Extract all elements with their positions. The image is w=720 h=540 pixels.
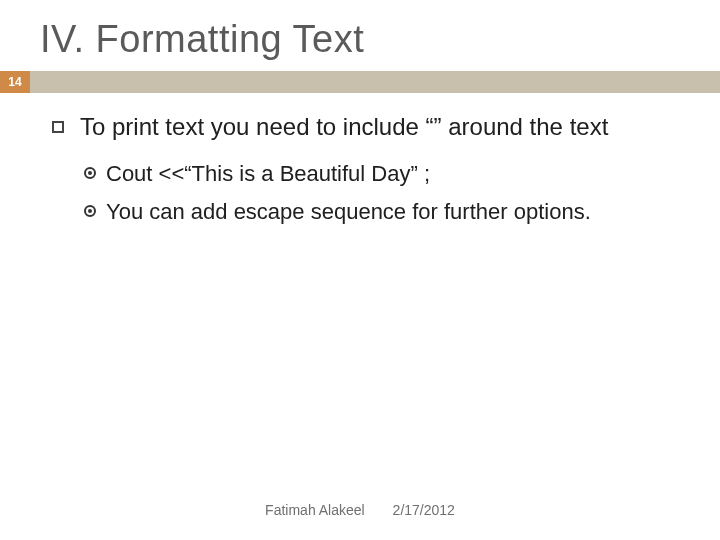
footer-date: 2/17/2012 xyxy=(393,502,455,518)
accent-bar-fill xyxy=(30,71,720,93)
main-bullet-text: To print text you need to include “” aro… xyxy=(80,111,608,143)
slide-title: IV. Formatting Text xyxy=(0,0,720,71)
sub-bullet: Cout <<“This is a Beautiful Day” ; xyxy=(84,157,680,191)
sub-bullet-text: Cout <<“This is a Beautiful Day” ; xyxy=(106,157,430,191)
sub-bullet-list: Cout <<“This is a Beautiful Day” ; You c… xyxy=(52,157,680,229)
footer: Fatimah Alakeel 2/17/2012 xyxy=(0,502,720,518)
page-number-badge: 14 xyxy=(0,71,30,93)
sub-bullet: You can add escape sequence for further … xyxy=(84,195,680,229)
slide: IV. Formatting Text 14 To print text you… xyxy=(0,0,720,540)
circle-dot-icon xyxy=(84,167,96,179)
sub-bullet-text: You can add escape sequence for further … xyxy=(106,195,591,229)
square-bullet-icon xyxy=(52,121,64,133)
footer-author: Fatimah Alakeel xyxy=(265,502,365,518)
circle-dot-icon xyxy=(84,205,96,217)
accent-bar: 14 xyxy=(0,71,720,93)
content-area: To print text you need to include “” aro… xyxy=(0,93,720,230)
main-bullet: To print text you need to include “” aro… xyxy=(52,111,680,143)
